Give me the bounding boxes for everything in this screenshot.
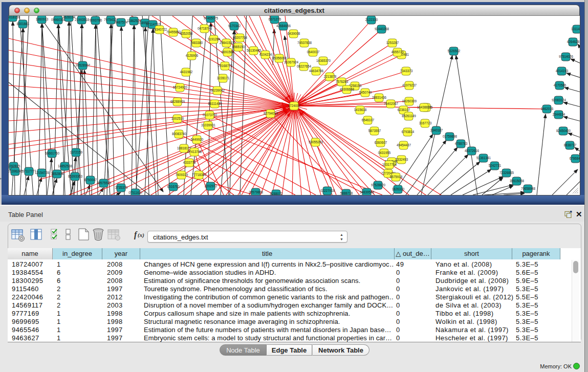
svg-text:(x): (x) <box>138 232 144 238</box>
svg-text:f: f <box>134 230 138 239</box>
